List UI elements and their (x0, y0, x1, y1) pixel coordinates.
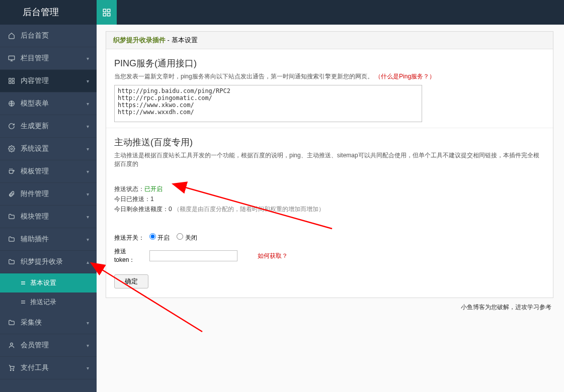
today-pushed-value: 1 (150, 195, 154, 203)
svg-point-24 (13, 370, 14, 371)
sidebar-item-10[interactable]: 织梦提升收录 ▴ (0, 251, 97, 273)
sidebar-item-label: 会员管理 (21, 341, 87, 350)
footer-note: 小鱼博客为您破解，进攻学习参考 (106, 298, 553, 312)
chevron-icon: ▾ (87, 320, 89, 326)
folder-icon (8, 258, 16, 266)
chevron-icon: ▾ (87, 146, 89, 152)
svg-rect-9 (9, 81, 11, 83)
sidebar-item-label: 模块管理 (21, 212, 87, 221)
sidebar-item-7[interactable]: 附件管理 ▾ (0, 183, 97, 206)
sidebar-item-label: 辅助插件 (21, 235, 87, 244)
globe-icon (8, 100, 16, 108)
sidebar-item-0[interactable]: 后台首页 (0, 25, 97, 47)
chevron-icon: ▾ (87, 124, 89, 129)
chevron-icon: ▾ (87, 214, 89, 220)
brand-title: 后台管理 (0, 0, 97, 25)
chevron-icon: ▾ (87, 56, 89, 61)
today-pushed-row: 今日已推送：1 (114, 195, 545, 204)
folder-icon (8, 213, 16, 221)
ping-urls-textarea[interactable] (114, 85, 422, 122)
sidebar-item-4[interactable]: 生成更新 ▾ (0, 115, 97, 138)
ping-help-link[interactable]: （什么是Ping服务？） (375, 73, 435, 80)
svg-point-23 (10, 370, 11, 371)
folder-icon (8, 319, 16, 327)
sidebar-item-label: 内容管理 (21, 76, 87, 85)
sidebar-item-2[interactable]: 内容管理 ▾ (0, 70, 97, 92)
sidebar-item-label: 采集侠 (21, 318, 87, 327)
chevron-icon: ▾ (87, 237, 89, 242)
sidebar-item-label: 栏目管理 (21, 54, 87, 63)
clip-icon (8, 190, 16, 198)
chevron-icon: ▾ (87, 191, 89, 197)
user-icon (8, 341, 16, 349)
switch-label: 推送开关： (114, 234, 149, 242)
sidebar-item-6[interactable]: 模板管理 ▾ (0, 160, 97, 183)
subitem-label: 基本设置 (30, 278, 56, 287)
subitem-label: 推送记录 (30, 298, 56, 307)
confirm-button[interactable]: 确定 (114, 274, 148, 288)
breadcrumb-a: 织梦提升收录插件 (113, 36, 166, 44)
sidebar-item-label: 系统设置 (21, 144, 87, 153)
sidebar-item-12[interactable]: 会员管理 ▾ (0, 334, 97, 357)
sidebar-item-label: 织梦提升收录 (21, 257, 87, 266)
switch-on-option[interactable]: 开启 (149, 233, 170, 242)
sidebar-item-13[interactable]: 支付工具 ▾ (0, 357, 97, 379)
sidebar-item-label: 模板管理 (21, 167, 87, 176)
folder-icon (8, 235, 16, 243)
sidebar-item-11[interactable]: 采集侠 ▾ (0, 312, 97, 334)
remain-row: 今日剩余推送额度：0 （额度是由百度分配的，随着时间和权重的增加而增加） (114, 205, 545, 214)
svg-rect-7 (9, 78, 11, 80)
chevron-icon: ▾ (87, 101, 89, 107)
section2-title: 主动推送(百度专用) (114, 136, 545, 148)
sidebar-item-label: 支付工具 (21, 363, 87, 372)
lines-icon (20, 299, 26, 305)
sidebar-subitem-10-1[interactable]: 推送记录 (0, 292, 97, 312)
svg-rect-3 (108, 13, 110, 16)
sidebar-item-1[interactable]: 栏目管理 ▾ (0, 47, 97, 70)
breadcrumb-b: 基本设置 (172, 36, 198, 44)
home-icon (8, 32, 16, 40)
sidebar-item-label: 附件管理 (21, 189, 87, 199)
push-status-value: 已开启 (144, 185, 163, 192)
cart-icon (8, 364, 16, 372)
svg-rect-2 (103, 13, 106, 16)
grid-icon (8, 77, 16, 85)
remain-hint: （额度是由百度分配的，随着时间和权重的增加而增加） (174, 206, 325, 213)
sidebar-subitem-10-0[interactable]: 基本设置 (0, 273, 97, 292)
chevron-icon: ▾ (87, 169, 89, 174)
gear-icon (8, 145, 16, 153)
svg-point-22 (11, 343, 13, 345)
chevron-icon: ▾ (87, 343, 89, 348)
sidebar-item-label: 后台首页 (21, 31, 89, 40)
svg-point-12 (11, 148, 13, 150)
sidebar-item-3[interactable]: 模型表单 ▾ (0, 92, 97, 115)
section1-title: PING服务(通用接口) (114, 57, 545, 69)
token-input[interactable] (149, 250, 237, 261)
remain-value: 0 (169, 206, 172, 213)
sidebar-item-9[interactable]: 辅助插件 ▾ (0, 228, 97, 251)
svg-rect-10 (12, 81, 14, 83)
refresh-icon (8, 122, 16, 130)
svg-rect-1 (108, 9, 110, 12)
sidebar: 后台首页 栏目管理 ▾ 内容管理 ▾ 模型表单 ▾ 生成更新 ▾ (0, 0, 97, 392)
sidebar-item-5[interactable]: 系统设置 ▾ (0, 138, 97, 160)
svg-rect-4 (9, 56, 15, 60)
desktop-icon (8, 54, 16, 62)
switch-off-option[interactable]: 关闭 (177, 233, 197, 242)
section2-desc: 主动推送是根据百度站长工具开发的一个功能，根据百度的说明，ping、主动推送、s… (114, 151, 545, 168)
chevron-icon: ▴ (87, 259, 89, 265)
sidebar-item-label: 生成更新 (21, 122, 87, 131)
sidebar-item-8[interactable]: 模块管理 ▾ (0, 206, 97, 228)
cup-icon (8, 167, 16, 175)
breadcrumb-sep: - (166, 36, 172, 44)
main-content: 织梦提升收录插件 - 基本设置 PING服务(通用接口) 当您发表一篇新文章时，… (97, 0, 564, 392)
sidebar-item-label: 模型表单 (21, 99, 87, 108)
token-help-link[interactable]: 如何获取？ (258, 252, 288, 260)
app-grid-icon[interactable] (97, 0, 117, 25)
section1-desc: 当您发表一篇新文章时，ping服务将向以下站点发出通告，第一时间通知搜索引擎更新… (114, 72, 545, 81)
lines-icon (20, 280, 26, 286)
breadcrumb: 织梦提升收录插件 - 基本设置 (106, 32, 553, 49)
svg-rect-0 (103, 9, 106, 12)
token-label: 推送token： (114, 247, 149, 264)
chevron-icon: ▾ (87, 78, 89, 84)
